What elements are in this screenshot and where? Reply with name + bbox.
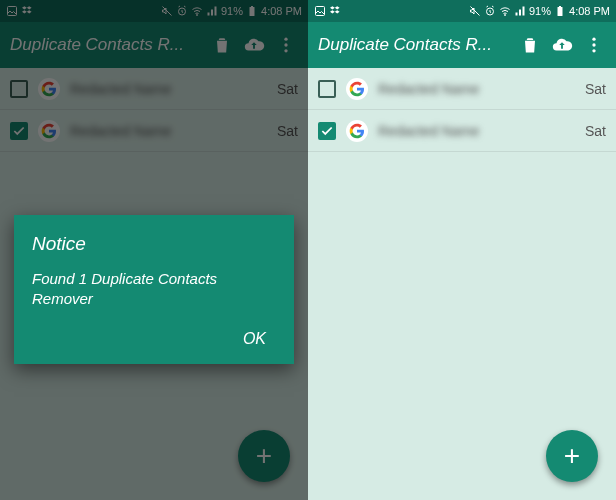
contact-name: Redacted Name — [378, 123, 581, 139]
app-bar: Duplicate Contacts R... — [0, 22, 308, 68]
contact-name: Redacted Name — [378, 81, 581, 97]
notice-dialog: Notice Found 1 Duplicate Contacts Remove… — [14, 215, 294, 364]
google-icon — [38, 120, 60, 142]
svg-rect-4 — [251, 6, 253, 7]
contact-suffix: Sat — [585, 81, 606, 97]
signal-icon — [206, 5, 218, 17]
status-bar: 91% 4:08 PM — [308, 0, 616, 22]
screen-left: 91% 4:08 PM Duplicate Contacts R... Reda… — [0, 0, 308, 500]
svg-rect-11 — [558, 7, 563, 16]
svg-point-13 — [592, 38, 595, 41]
checkbox[interactable] — [10, 80, 28, 98]
svg-point-6 — [284, 43, 287, 46]
delete-icon[interactable] — [210, 33, 234, 57]
clock-text: 4:08 PM — [569, 5, 610, 17]
dropbox-icon — [330, 5, 342, 17]
svg-rect-12 — [559, 6, 561, 7]
contact-name: Redacted Name — [70, 81, 273, 97]
battery-icon — [246, 5, 258, 17]
contact-suffix: Sat — [585, 123, 606, 139]
svg-point-7 — [284, 49, 287, 52]
fab-add-button[interactable]: + — [238, 430, 290, 482]
battery-text: 91% — [529, 5, 551, 17]
checkbox[interactable] — [10, 122, 28, 140]
image-icon — [6, 5, 18, 17]
wifi-icon — [499, 5, 511, 17]
svg-point-14 — [592, 43, 595, 46]
svg-point-5 — [284, 38, 287, 41]
mute-icon — [161, 5, 173, 17]
checkbox[interactable] — [318, 122, 336, 140]
overflow-menu-icon[interactable] — [274, 33, 298, 57]
mute-icon — [469, 5, 481, 17]
svg-rect-8 — [316, 7, 325, 16]
contact-name: Redacted Name — [70, 123, 273, 139]
image-icon — [314, 5, 326, 17]
alarm-icon — [484, 5, 496, 17]
screen-right: 91% 4:08 PM Duplicate Contacts R... Reda… — [308, 0, 616, 500]
battery-text: 91% — [221, 5, 243, 17]
fab-add-button[interactable]: + — [546, 430, 598, 482]
contact-list: Redacted Name Sat Redacted Name Sat — [308, 68, 616, 152]
svg-point-10 — [505, 15, 506, 16]
contact-suffix: Sat — [277, 81, 298, 97]
checkbox[interactable] — [318, 80, 336, 98]
battery-icon — [554, 5, 566, 17]
delete-icon[interactable] — [518, 33, 542, 57]
dialog-title: Notice — [32, 233, 276, 255]
dialog-body: Found 1 Duplicate Contacts Remover — [32, 269, 276, 310]
plus-icon: + — [256, 440, 272, 472]
cloud-upload-icon[interactable] — [242, 33, 266, 57]
app-title: Duplicate Contacts R... — [10, 35, 202, 55]
list-item[interactable]: Redacted Name Sat — [0, 110, 308, 152]
list-item[interactable]: Redacted Name Sat — [308, 68, 616, 110]
google-icon — [346, 78, 368, 100]
list-item[interactable]: Redacted Name Sat — [0, 68, 308, 110]
svg-rect-0 — [8, 7, 17, 16]
svg-point-15 — [592, 49, 595, 52]
overflow-menu-icon[interactable] — [582, 33, 606, 57]
dropbox-icon — [22, 5, 34, 17]
dialog-ok-button[interactable]: OK — [233, 324, 276, 354]
wifi-icon — [191, 5, 203, 17]
alarm-icon — [176, 5, 188, 17]
status-bar: 91% 4:08 PM — [0, 0, 308, 22]
app-title: Duplicate Contacts R... — [318, 35, 510, 55]
plus-icon: + — [564, 440, 580, 472]
signal-icon — [514, 5, 526, 17]
svg-point-2 — [197, 15, 198, 16]
list-item[interactable]: Redacted Name Sat — [308, 110, 616, 152]
contact-list: Redacted Name Sat Redacted Name Sat — [0, 68, 308, 152]
clock-text: 4:08 PM — [261, 5, 302, 17]
svg-rect-3 — [250, 7, 255, 16]
cloud-upload-icon[interactable] — [550, 33, 574, 57]
app-bar: Duplicate Contacts R... — [308, 22, 616, 68]
google-icon — [346, 120, 368, 142]
google-icon — [38, 78, 60, 100]
contact-suffix: Sat — [277, 123, 298, 139]
